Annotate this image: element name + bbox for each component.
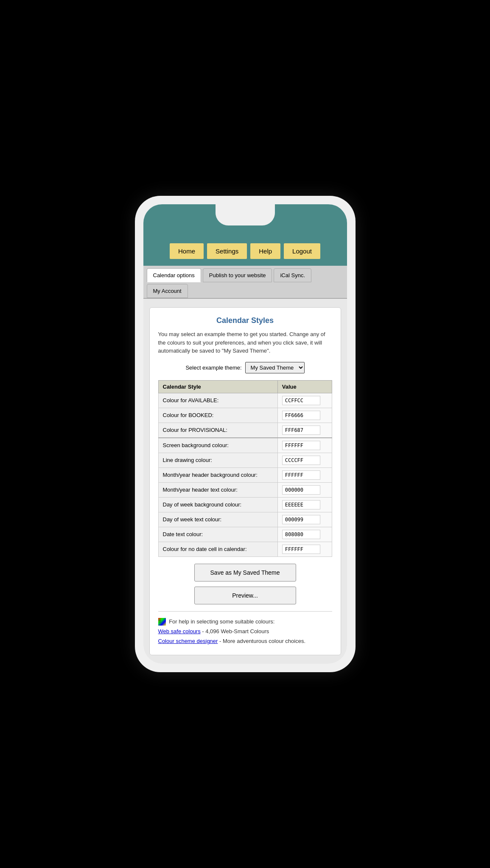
style-value-cell xyxy=(277,438,332,453)
preview-button[interactable]: Preview... xyxy=(194,587,296,604)
card-title: Calendar Styles xyxy=(158,316,332,325)
calendar-styles-table: Calendar Style Value Colour for AVAILABL… xyxy=(158,380,332,557)
col-header-style: Calendar Style xyxy=(158,380,277,393)
table-row: Screen background colour: xyxy=(158,438,332,453)
style-label: Colour for AVAILABLE: xyxy=(158,393,277,408)
phone-frame: Home Settings Help Logout Calendar optio… xyxy=(135,196,356,672)
helper-link1-row: Web safe colours - 4,096 Web-Smart Colou… xyxy=(158,626,332,636)
table-row: Colour for no date cell in calendar: xyxy=(158,542,332,556)
col-header-value: Value xyxy=(277,380,332,393)
helper-intro: ⠿ For help in selecting some suitable co… xyxy=(158,617,332,626)
link1-suffix: - 4,096 Web-Smart Colours xyxy=(201,628,269,634)
nav-help[interactable]: Help xyxy=(250,243,280,259)
web-safe-colours-link[interactable]: Web safe colours xyxy=(158,628,201,634)
style-value-cell xyxy=(277,512,332,527)
colour-value-input[interactable] xyxy=(282,396,320,405)
table-row: Month/year header background colour: xyxy=(158,467,332,482)
helper-link2-row: Colour scheme designer - More adventurou… xyxy=(158,636,332,646)
theme-dropdown[interactable]: My Saved Theme Default Ocean Sunset xyxy=(245,362,305,373)
style-label: Colour for PROVISIONAL: xyxy=(158,423,277,438)
tab-calendar-options[interactable]: Calendar options xyxy=(147,268,201,282)
phone-inner: Home Settings Help Logout Calendar optio… xyxy=(143,204,347,664)
nav-home[interactable]: Home xyxy=(170,243,204,259)
colour-value-input[interactable] xyxy=(282,515,320,524)
nav-logout[interactable]: Logout xyxy=(284,243,320,259)
helper-section: ⠿ For help in selecting some suitable co… xyxy=(158,617,332,646)
content-area: Calendar Styles You may select an exampl… xyxy=(143,299,347,664)
divider xyxy=(158,611,332,612)
theme-select-row: Select example theme: My Saved Theme Def… xyxy=(158,362,332,373)
save-theme-button[interactable]: Save as My Saved Theme xyxy=(194,564,296,581)
color-grid-icon: ⠿ xyxy=(158,618,166,626)
style-label: Line drawing colour: xyxy=(158,453,277,467)
colour-value-input[interactable] xyxy=(282,485,320,495)
table-row: Month/year header text colour: xyxy=(158,482,332,497)
table-row: Colour for AVAILABLE: xyxy=(158,393,332,408)
colour-value-input[interactable] xyxy=(282,456,320,465)
colour-value-input[interactable] xyxy=(282,441,320,450)
style-label: Day of week background colour: xyxy=(158,497,277,512)
table-row: Date text colour: xyxy=(158,527,332,542)
style-value-cell xyxy=(277,527,332,542)
tab-publish[interactable]: Publish to your website xyxy=(203,268,272,282)
colour-scheme-designer-link[interactable]: Colour scheme designer xyxy=(158,638,218,644)
colour-value-input[interactable] xyxy=(282,426,320,435)
table-row: Day of week background colour: xyxy=(158,497,332,512)
style-value-cell xyxy=(277,482,332,497)
nav-settings[interactable]: Settings xyxy=(207,243,247,259)
style-value-cell xyxy=(277,542,332,556)
style-label: Screen background colour: xyxy=(158,438,277,453)
colour-value-input[interactable] xyxy=(282,411,320,420)
table-row: Colour for BOOKED: xyxy=(158,408,332,423)
link2-suffix: - More adventurous colour choices. xyxy=(218,638,305,644)
style-value-cell xyxy=(277,393,332,408)
colour-value-input[interactable] xyxy=(282,500,320,509)
style-label: Colour for BOOKED: xyxy=(158,408,277,423)
colour-value-input[interactable] xyxy=(282,545,320,554)
theme-select-label: Select example theme: xyxy=(185,364,241,371)
style-label: Date text colour: xyxy=(158,527,277,542)
calendar-styles-card: Calendar Styles You may select an exampl… xyxy=(149,307,341,655)
table-row: Line drawing colour: xyxy=(158,453,332,467)
style-value-cell xyxy=(277,408,332,423)
style-value-cell xyxy=(277,467,332,482)
nav-bar: Home Settings Help Logout xyxy=(143,238,347,266)
colour-value-input[interactable] xyxy=(282,530,320,539)
style-label: Colour for no date cell in calendar: xyxy=(158,542,277,556)
colour-value-input[interactable] xyxy=(282,470,320,480)
table-row: Day of week text colour: xyxy=(158,512,332,527)
style-value-cell xyxy=(277,423,332,438)
tabs-row: Calendar options Publish to your website… xyxy=(143,266,347,299)
style-label: Day of week text colour: xyxy=(158,512,277,527)
style-value-cell xyxy=(277,497,332,512)
card-description: You may select an example theme to get y… xyxy=(158,330,332,355)
style-label: Month/year header background colour: xyxy=(158,467,277,482)
phone-top xyxy=(143,204,347,238)
tab-my-account[interactable]: My Account xyxy=(147,284,188,298)
phone-notch xyxy=(216,204,275,225)
table-row: Colour for PROVISIONAL: xyxy=(158,423,332,438)
style-value-cell xyxy=(277,453,332,467)
style-label: Month/year header text colour: xyxy=(158,482,277,497)
tab-ical-sync[interactable]: iCal Sync. xyxy=(274,268,311,282)
